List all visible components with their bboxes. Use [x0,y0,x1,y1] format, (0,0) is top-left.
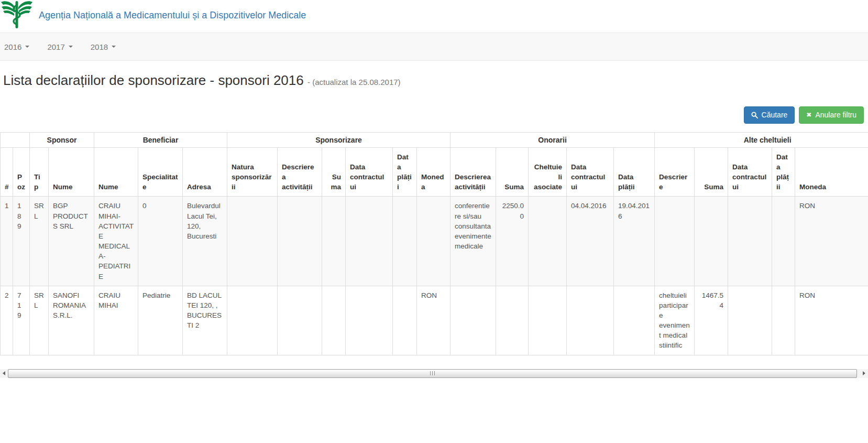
group-header-alte-cheltuieli: Alte cheltuieli [655,132,868,147]
nav-dropdown-label: 2018 [91,42,108,51]
nav-dropdown-2018[interactable]: 2018 [91,42,116,51]
cell-specialitate: 0 [138,197,183,286]
cell-alte-data-platii [772,197,795,286]
sponsorship-table: Sponsor Beneficiar Sponsorizare Onorarii… [0,132,868,355]
scroll-left-button[interactable] [0,369,8,378]
cell-poz: 719 [13,286,30,355]
cell-onorarii-data-contract: 04.04.2016 [567,197,614,286]
cell-natura-sponsorizarii [227,197,278,286]
nav-dropdown-label: 2017 [47,42,64,51]
cell-index: 1 [1,197,13,286]
cell-sponsorizare-data-platii [393,197,417,286]
cell-natura-sponsorizarii [227,286,278,355]
cell-alte-moneda: RON [795,197,868,286]
col-header-sponsorizare-data-platii: Data plății [393,147,417,197]
site-header: Agenția Națională a Medicamentului și a … [0,0,868,33]
col-header-alte-moneda: Moneda [795,147,868,197]
group-header-beneficiar: Beneficiar [94,132,227,147]
scroll-right-button[interactable] [860,369,868,378]
col-header-tip: Tip [30,147,49,197]
col-header-onorarii-suma: Suma [496,147,529,197]
brand-link[interactable]: Agenția Națională a Medicamentului și a … [39,10,306,21]
arrow-right-icon [863,371,865,375]
cell-onorarii-data-contract [567,286,614,355]
col-header-sponsorizare-moneda: Moneda [417,147,451,197]
search-button-label: Căutare [762,111,788,120]
group-header-sponsor: Sponsor [30,132,94,147]
col-header-specialitate: Specialitate [138,147,183,197]
cell-adresa: BD LACUL TEI 120, , BUCURESTI 2 [183,286,227,355]
cell-onorarii-descriere: conferentiere si/sau consultanta evenime… [451,197,496,286]
col-header-alte-suma: Suma [695,147,728,197]
cell-tip: SRL [30,197,49,286]
col-header-alte-data-contract: Data contractului [728,147,772,197]
cell-alte-data-platii [772,286,795,355]
scrollbar-thumb[interactable] [8,369,857,378]
caduceus-logo-icon [0,0,34,29]
cell-tip: SRL [30,286,49,355]
col-header-poz: Poz [13,147,30,197]
col-header-sponsorizare-descriere: Descrierea activității [278,147,322,197]
col-header-onorarii-data-contract: Data contractului [567,147,614,197]
col-header-onorarii-descriere: Descrierea activității [451,147,496,197]
search-button[interactable]: Căutare [744,106,795,124]
cell-onorarii-descriere [451,286,496,355]
page-title-text: Lista declarațiilor de sponsorizare - sp… [3,72,304,88]
cell-onorarii-suma [496,286,529,355]
group-header-empty [1,132,30,147]
col-header-sponsorizare-suma: Suma [322,147,346,197]
x-icon: ✖ [806,112,811,118]
group-header-onorarii: Onorarii [451,132,655,147]
sponsorship-table-viewport: Sponsor Beneficiar Sponsorizare Onorarii… [0,132,868,355]
col-header-sponsorizare-data-contract: Data contractului [346,147,393,197]
chevron-down-icon [112,46,116,48]
col-header-cheltuieli-asociate: Cheltuieli asociate [529,147,567,197]
cell-sponsorizare-descriere [278,197,322,286]
col-header-natura-sponsorizarii: Natura sponsorizării [227,147,278,197]
table-group-header-row: Sponsor Beneficiar Sponsorizare Onorarii… [1,132,868,147]
cell-sponsorizare-moneda [417,197,451,286]
cell-alte-data-contract [728,197,772,286]
cell-alte-data-contract [728,286,772,355]
col-header-adresa: Adresa [183,147,227,197]
nav-dropdown-label: 2016 [4,42,21,51]
chevron-down-icon [25,46,29,48]
year-navbar: 2016 2017 2018 [0,33,868,61]
cell-onorarii-data-platii: 19.04.2016 [614,197,655,286]
cell-adresa: Bulevardul Lacul Tei, 120, Bucuresti [183,197,227,286]
cell-sponsor-nume: BGP PRODUCTS SRL [49,197,94,286]
table-row: 2 719 SRL SANOFI ROMANIA S.R.L. CRAIU MI… [1,286,868,355]
cell-sponsorizare-data-contract [346,286,393,355]
cell-sponsor-nume: SANOFI ROMANIA S.R.L. [49,286,94,355]
col-header-onorarii-data-platii: Data plății [614,147,655,197]
cell-alte-suma [695,197,728,286]
cell-cheltuieli-asociate [529,286,567,355]
chevron-down-icon [69,46,73,48]
nav-dropdown-2016[interactable]: 2016 [4,42,29,51]
cell-sponsorizare-data-contract [346,197,393,286]
cell-onorarii-suma: 2250.00 [496,197,529,286]
cell-alte-descriere [655,197,695,286]
cell-sponsorizare-descriere [278,286,322,355]
clear-filter-button[interactable]: ✖ Anulare filtru [799,106,864,124]
horizontal-scrollbar[interactable] [0,369,868,378]
table-row: 1 189 SRL BGP PRODUCTS SRL CRAIU MIHAI-A… [1,197,868,286]
cell-sponsorizare-suma [322,286,346,355]
group-header-sponsorizare: Sponsorizare [227,132,451,147]
col-header-beneficiar-nume: Nume [94,147,138,197]
cell-beneficiar-nume: CRAIU MIHAI-ACTIVITATE MEDICALA-PEDIATRI… [94,197,138,286]
arrow-left-icon [3,371,5,375]
cell-sponsorizare-moneda: RON [417,286,451,355]
page-updated-text: - (actualizat la 25.08.2017) [307,78,401,87]
clear-filter-button-label: Anulare filtru [815,111,856,120]
cell-alte-descriere: cheltuieli participare eveniment medical… [655,286,695,355]
filter-toolbar: Căutare ✖ Anulare filtru [4,106,864,124]
page-title: Lista declarațiilor de sponsorizare - sp… [3,72,864,89]
table-column-header-row: # Poz Tip Nume Nume Specialitate Adresa … [1,147,868,197]
cell-sponsorizare-data-platii [393,286,417,355]
nav-dropdown-2017[interactable]: 2017 [47,42,72,51]
scrollbar-track[interactable] [8,369,860,378]
cell-onorarii-data-platii [614,286,655,355]
cell-alte-suma: 1467.54 [695,286,728,355]
col-header-sponsor-nume: Nume [49,147,94,197]
